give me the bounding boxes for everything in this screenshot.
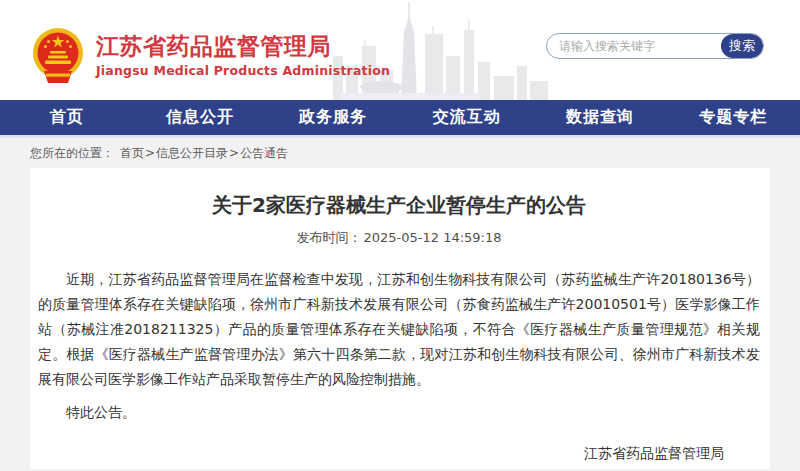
- signature-block: 江苏省药品监督管理局 2025年5月12日: [38, 441, 760, 471]
- nav-item-topics[interactable]: 专题专栏: [667, 100, 800, 135]
- search-button[interactable]: 搜索: [721, 34, 763, 58]
- publish-time-value: 2025-05-12 14:59:18: [363, 230, 501, 245]
- site-subtitle: Jiangsu Medical Products Administration: [96, 63, 390, 78]
- main-nav: 首页 信息公开 政务服务 交流互动 数据查询 专题专栏: [0, 100, 800, 138]
- breadcrumb-separator: >: [229, 146, 239, 160]
- site-header: 江苏省药品监督管理局 Jiangsu Medical Products Admi…: [0, 0, 800, 100]
- site-logo[interactable]: 江苏省药品监督管理局 Jiangsu Medical Products Admi…: [32, 27, 390, 83]
- article-paragraph: 特此公告。: [38, 400, 760, 425]
- article-paragraph: 近期，江苏省药品监督管理局在监督检查中发现，江苏和创生物科技有限公司（苏药监械生…: [38, 267, 760, 392]
- site-title: 江苏省药品监督管理局: [96, 32, 390, 60]
- article-title: 关于2家医疗器械生产企业暂停生产的公告: [38, 192, 760, 218]
- search-input[interactable]: [547, 34, 721, 58]
- breadcrumb-info-index[interactable]: 信息公开目录: [156, 145, 228, 162]
- nav-item-home[interactable]: 首页: [0, 100, 133, 135]
- breadcrumb: 您所在的位置： 首页 > 信息公开目录 > 公告通告: [0, 138, 800, 168]
- article-body: 近期，江苏省药品监督管理局在监督检查中发现，江苏和创生物科技有限公司（苏药监械生…: [38, 267, 760, 425]
- signature-org: 江苏省药品监督管理局: [38, 441, 724, 466]
- breadcrumb-separator: >: [145, 146, 155, 160]
- breadcrumb-notices[interactable]: 公告通告: [240, 145, 288, 162]
- breadcrumb-prefix: 您所在的位置：: [30, 145, 114, 162]
- nav-item-data-query[interactable]: 数据查询: [533, 100, 666, 135]
- national-emblem-icon: [32, 27, 84, 83]
- article-card: 关于2家医疗器械生产企业暂停生产的公告 发布时间：2025-05-12 14:5…: [30, 168, 770, 469]
- publish-time: 发布时间：2025-05-12 14:59:18: [38, 229, 760, 247]
- nav-item-services[interactable]: 政务服务: [267, 100, 400, 135]
- search-box: 搜索: [546, 33, 764, 59]
- nav-item-info[interactable]: 信息公开: [133, 100, 266, 135]
- breadcrumb-home[interactable]: 首页: [120, 145, 144, 162]
- publish-time-label: 发布时间：: [296, 230, 361, 245]
- nav-item-interaction[interactable]: 交流互动: [400, 100, 533, 135]
